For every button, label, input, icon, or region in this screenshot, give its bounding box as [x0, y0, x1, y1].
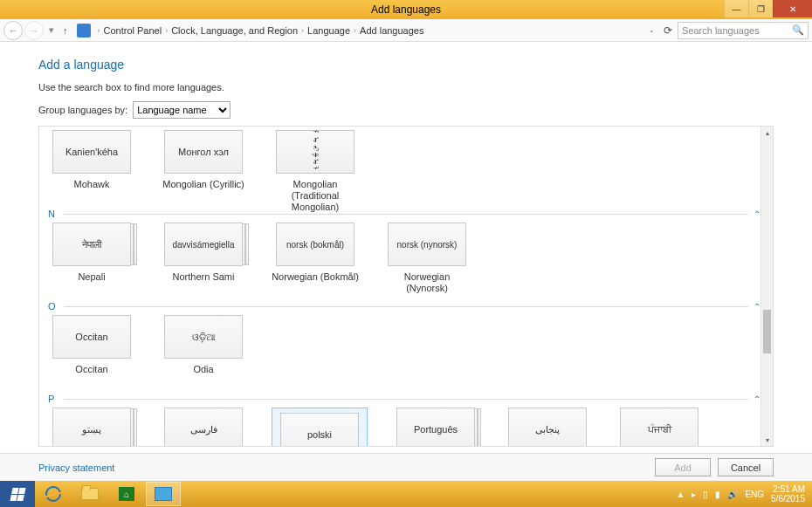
language-tile-mongolian-cyrillic[interactable]: Монгол хэл Mongolian (Cyrillic)	[160, 130, 247, 202]
scroll-down-icon[interactable]: ▾	[761, 434, 773, 446]
taskbar: ⌂ ▲ ▸ ▯ ▮ 🔊 ENG 2:51 AM 5/6/2015	[0, 481, 812, 507]
language-tile-portuguese[interactable]: Português Portuguese	[392, 408, 479, 446]
chevron-up-icon: ⌃	[754, 302, 760, 312]
language-tile-nepali[interactable]: नेपाली Nepali	[48, 223, 135, 294]
maximize-button[interactable]: ❐	[748, 0, 773, 17]
volume-icon[interactable]: 🔊	[727, 490, 738, 499]
language-tile-persian[interactable]: فارسی Persian	[160, 408, 247, 446]
language-tile-pashto[interactable]: پښتو Pashto	[48, 408, 135, 446]
cancel-button[interactable]: Cancel	[718, 458, 774, 476]
page-subtext: Use the search box to find more language…	[38, 82, 774, 92]
crumb-control-panel[interactable]: Control Panel	[104, 25, 162, 36]
taskbar-ie[interactable]	[36, 482, 71, 506]
scroll-thumb[interactable]	[763, 310, 771, 353]
language-tile-northern-sami[interactable]: davvisámegiella Northern Sami	[160, 223, 247, 294]
windows-icon	[10, 488, 25, 501]
group-by-row: Group languages by: Language name	[38, 101, 774, 119]
language-tile-norwegian-nynorsk[interactable]: norsk (nynorsk) Norwegian (Nynorsk)	[383, 223, 471, 294]
battery-icon[interactable]: ▯	[703, 490, 708, 499]
section-header-o[interactable]: O⌃	[48, 301, 760, 312]
language-tile-norwegian-bokmal[interactable]: norsk (bokmål) Norwegian (Bokmål)	[272, 223, 359, 294]
history-dropdown[interactable]: ▾	[49, 24, 54, 36]
control-panel-icon	[77, 24, 91, 38]
scroll-up-icon[interactable]: ▴	[761, 127, 773, 139]
chevron-up-icon: ⌃	[754, 209, 760, 219]
search-icon: 🔍	[792, 24, 804, 36]
language-tile-occitan[interactable]: Occitan Occitan	[48, 315, 135, 387]
close-button[interactable]: ✕	[773, 0, 812, 17]
group-by-label: Group languages by:	[38, 105, 127, 115]
chevron-up-icon: ⌃	[754, 394, 760, 404]
clock[interactable]: 2:51 AM 5/6/2015	[771, 484, 805, 504]
section-header-n[interactable]: N⌃	[48, 209, 760, 219]
language-tile-punjabi-gurmukhi[interactable]: ਪੰਜਾਬੀ Punjabi (Gurmukhi)	[616, 408, 703, 446]
breadcrumb: › Control Panel › Clock, Language, and R…	[94, 25, 641, 36]
language-list: Kanien'kéha Mohawk Монгол хэл Mongolian …	[38, 126, 774, 447]
control-panel-icon	[155, 487, 172, 501]
taskbar-explorer[interactable]	[72, 482, 107, 506]
tray-overflow-icon[interactable]: ▲	[676, 490, 685, 499]
crumb-add-languages[interactable]: Add languages	[360, 25, 423, 36]
forward-button[interactable]: →	[24, 21, 44, 40]
back-button[interactable]: ←	[3, 21, 23, 40]
language-tile-odia[interactable]: ଓଡ଼ିଆ Odia	[160, 315, 247, 387]
search-placeholder: Search languages	[682, 25, 760, 36]
ie-icon	[45, 486, 61, 502]
input-language[interactable]: ENG	[745, 490, 764, 499]
crumb-sep: ›	[354, 26, 356, 35]
action-center-icon[interactable]: ▸	[692, 490, 696, 499]
add-button[interactable]: Add	[655, 458, 711, 476]
system-tray: ▲ ▸ ▯ ▮ 🔊 ENG 2:51 AM 5/6/2015	[676, 484, 812, 504]
navbar: ← → ▾ ↑ › Control Panel › Clock, Languag…	[0, 19, 812, 42]
privacy-link[interactable]: Privacy statement	[38, 462, 114, 473]
titlebar: Add languages — ❐ ✕	[0, 0, 812, 19]
content: Add a language Use the search box to fin…	[0, 42, 812, 453]
crumb-sep: ›	[165, 26, 168, 35]
search-input[interactable]: Search languages 🔍	[678, 22, 809, 39]
crumb-sep: ›	[98, 26, 100, 35]
language-tile-mongolian-traditional[interactable]: ᠮᠣᠩᠭᠣᠯ Mongolian (Traditional Mongolian)	[272, 130, 359, 202]
crumb-language[interactable]: Language	[307, 25, 350, 36]
crumb-clock-lang-region[interactable]: Clock, Language, and Region	[171, 25, 298, 36]
section-header-p[interactable]: P⌃	[48, 394, 760, 404]
group-by-select[interactable]: Language name	[133, 101, 231, 119]
folder-icon	[81, 488, 99, 500]
up-button[interactable]: ↑	[63, 25, 68, 36]
taskbar-store[interactable]: ⌂	[109, 482, 144, 506]
crumb-sep: ›	[301, 26, 304, 35]
language-tile-mohawk[interactable]: Kanien'kéha Mohawk	[48, 130, 135, 202]
scrollbar[interactable]: ▴ ▾	[760, 127, 773, 446]
store-icon: ⌂	[119, 487, 134, 501]
page-title: Add a language	[38, 58, 774, 72]
window-controls: — ❐ ✕	[724, 0, 812, 17]
footer: Privacy statement Add Cancel	[0, 453, 812, 481]
refresh-button[interactable]: ⟳	[664, 24, 672, 37]
start-button[interactable]	[0, 481, 35, 507]
address-dropdown[interactable]: ⌄	[645, 26, 658, 34]
window-title: Add languages	[371, 3, 441, 16]
network-icon[interactable]: ▮	[715, 490, 720, 499]
minimize-button[interactable]: —	[724, 0, 748, 17]
language-tile-punjabi-arabic[interactable]: پنجابی Punjabi (Arabic)	[504, 408, 591, 446]
language-tile-polish[interactable]: polski Polish	[272, 408, 368, 446]
taskbar-control-panel[interactable]	[146, 482, 181, 506]
